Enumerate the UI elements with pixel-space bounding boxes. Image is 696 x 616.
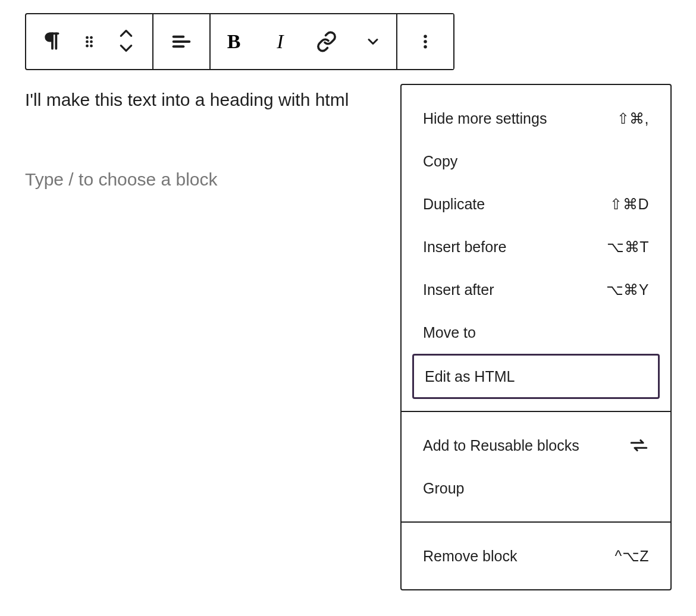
- svg-point-3: [90, 40, 93, 43]
- drag-handle-button[interactable]: [71, 14, 107, 69]
- menu-item-group[interactable]: Group: [402, 467, 670, 510]
- align-left-icon: [170, 30, 193, 54]
- keyboard-shortcut: ⌥⌘Y: [606, 281, 649, 298]
- svg-point-5: [90, 44, 93, 47]
- menu-item-insert-after[interactable]: Insert after ⌥⌘Y: [402, 268, 670, 311]
- menu-item-hide-more-settings[interactable]: Hide more settings ⇧⌘,: [402, 97, 670, 140]
- menu-section-1: Hide more settings ⇧⌘, Copy Duplicate ⇧⌘…: [402, 85, 670, 411]
- italic-icon: I: [277, 30, 283, 53]
- paragraph-block[interactable]: I'll make this text into a heading with …: [25, 88, 406, 112]
- inline-format-group: B I: [209, 14, 396, 69]
- menu-item-duplicate[interactable]: Duplicate ⇧⌘D: [402, 183, 670, 225]
- svg-point-0: [86, 36, 89, 39]
- menu-section-3: Remove block ^⌥Z: [402, 521, 670, 589]
- menu-section-2: Add to Reusable blocks Group: [402, 411, 670, 521]
- menu-item-label: Hide more settings: [423, 110, 547, 127]
- move-up-down-button[interactable]: [108, 14, 144, 69]
- svg-point-10: [424, 40, 427, 43]
- keyboard-shortcut: ⌥⌘T: [607, 238, 649, 256]
- bold-icon: B: [227, 30, 241, 53]
- block-options-menu: Hide more settings ⇧⌘, Copy Duplicate ⇧⌘…: [400, 84, 672, 590]
- block-toolbar: B I: [25, 13, 454, 70]
- menu-item-label: Insert before: [423, 238, 506, 256]
- menu-item-add-reusable[interactable]: Add to Reusable blocks: [402, 424, 670, 467]
- menu-item-copy[interactable]: Copy: [402, 140, 670, 183]
- menu-item-label: Duplicate: [423, 196, 485, 213]
- menu-item-label: Group: [423, 480, 464, 497]
- block-options-button[interactable]: [397, 14, 453, 69]
- block-appender-placeholder[interactable]: Type / to choose a block: [25, 169, 406, 190]
- menu-item-label: Edit as HTML: [425, 368, 515, 385]
- svg-point-4: [86, 44, 89, 47]
- menu-item-edit-as-html[interactable]: Edit as HTML: [412, 354, 660, 399]
- editor-content: I'll make this text into a heading with …: [25, 88, 406, 190]
- align-button[interactable]: [153, 14, 209, 69]
- svg-point-9: [424, 35, 427, 39]
- keyboard-shortcut: ^⌥Z: [615, 548, 649, 565]
- menu-item-move-to[interactable]: Move to: [402, 311, 670, 354]
- chevron-up-icon: [118, 29, 134, 40]
- align-group: [152, 14, 209, 69]
- link-icon: [316, 31, 337, 52]
- options-group: [396, 14, 453, 69]
- chevron-down-icon: [365, 33, 381, 50]
- menu-item-label: Add to Reusable blocks: [423, 437, 579, 454]
- menu-item-label: Insert after: [423, 281, 494, 298]
- bold-button[interactable]: B: [211, 14, 257, 69]
- block-switcher-group: [26, 14, 152, 69]
- italic-button[interactable]: I: [257, 14, 303, 69]
- paragraph-icon: [41, 30, 64, 54]
- keyboard-shortcut: ⇧⌘,: [617, 110, 649, 127]
- drag-handle-icon: [81, 33, 98, 51]
- keyboard-shortcut: ⇧⌘D: [610, 196, 649, 213]
- menu-item-label: Copy: [423, 153, 457, 170]
- more-inline-button[interactable]: [350, 14, 396, 69]
- link-button[interactable]: [303, 14, 350, 69]
- menu-item-label: Move to: [423, 324, 476, 341]
- svg-point-1: [90, 36, 93, 39]
- menu-item-remove-block[interactable]: Remove block ^⌥Z: [402, 535, 670, 577]
- reuse-icon: [629, 435, 649, 455]
- paragraph-block-button[interactable]: [35, 14, 70, 69]
- more-vertical-icon: [416, 33, 434, 51]
- menu-item-insert-before[interactable]: Insert before ⌥⌘T: [402, 225, 670, 268]
- svg-point-11: [424, 45, 427, 49]
- chevron-down-icon: [118, 43, 134, 55]
- svg-point-2: [86, 40, 89, 43]
- menu-item-label: Remove block: [423, 548, 517, 565]
